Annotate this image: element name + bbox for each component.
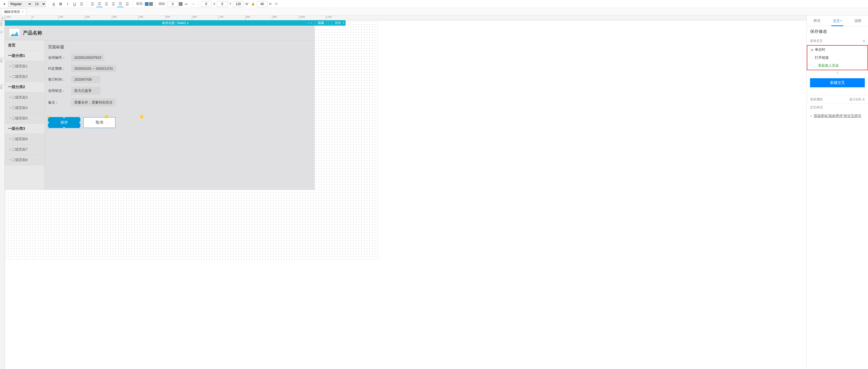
line-label: 线段: xyxy=(158,2,166,6)
font-family-dropdown[interactable]: ▾ xyxy=(1,1,7,7)
interaction-action[interactable]: 打开链接 xyxy=(807,54,867,62)
add-interaction-icon[interactable]: + xyxy=(807,70,868,75)
sidebar-sub8[interactable]: 二级页面8 xyxy=(5,155,44,165)
dp-state-dropdown[interactable]: State2 xyxy=(177,21,188,25)
valign-top-button[interactable]: ☰ xyxy=(110,1,117,7)
align-right-button[interactable]: ☰ xyxy=(103,1,110,7)
resize-handle[interactable] xyxy=(63,116,65,118)
resize-handle[interactable] xyxy=(63,127,65,129)
inspector-tabs: 样式 交互 说明 xyxy=(807,15,868,26)
lock-aspect-icon[interactable]: 🔒 xyxy=(250,1,256,7)
interaction-event[interactable]: 单击时 xyxy=(807,46,867,54)
resize-handle[interactable] xyxy=(80,122,81,123)
valign-bottom-button[interactable]: ☰ xyxy=(124,1,130,7)
x-input[interactable] xyxy=(201,1,212,7)
sidebar-sub5[interactable]: 二级页面5 xyxy=(5,113,44,124)
dp-next-icon[interactable]: › xyxy=(311,21,312,25)
add-hover-style-link[interactable]: + 添加类似"鼠标悬停"的交互样式 xyxy=(807,111,868,121)
tab-notes[interactable]: 说明 xyxy=(848,15,868,26)
field-row: 合同编号：20200103037823 xyxy=(48,54,312,61)
save-button[interactable]: 保存 xyxy=(48,117,80,128)
w-input[interactable] xyxy=(233,1,244,7)
interaction-case-box[interactable]: 单击时 打开链接 重新载入页面 xyxy=(807,45,868,70)
align-left-button[interactable]: ☰ xyxy=(89,1,96,7)
section-expand-icon[interactable]: ⇲ xyxy=(862,39,865,43)
close-tab-icon[interactable]: × xyxy=(22,10,24,13)
font-size-select[interactable]: 13 xyxy=(33,1,46,7)
sidebar-cat3[interactable]: 一级分类3 xyxy=(5,124,44,134)
button-row: 保存 xyxy=(48,117,312,128)
canvas-scroll[interactable]: 保存信息: State2 ‹ › 隔离 ⛶ 关闭 × xyxy=(5,20,807,369)
dp-expand-icon[interactable]: ⛶ xyxy=(326,21,329,25)
main-layout: ⊕ -100 0 100 200 300 400 500 600 700 800… xyxy=(0,15,868,369)
tab-style[interactable]: 样式 xyxy=(807,15,827,26)
fill-secondary-swatch[interactable] xyxy=(149,2,153,6)
sidebar-sub4[interactable]: 二级页面4 xyxy=(5,103,44,113)
resize-handle[interactable] xyxy=(47,122,49,123)
sidebar-home[interactable]: 首页 xyxy=(5,40,44,51)
bold-button[interactable]: B xyxy=(58,1,64,7)
x-label: X xyxy=(213,2,215,6)
product-title: 产品名称 xyxy=(23,30,42,36)
product-logo[interactable] xyxy=(9,28,20,37)
dp-close-button[interactable]: 关闭 xyxy=(335,21,341,25)
resize-handle[interactable] xyxy=(47,127,49,129)
dp-close-icon[interactable]: × xyxy=(343,21,344,25)
font-weight-select[interactable]: Regular xyxy=(8,1,32,7)
sidebar-sub7[interactable]: 二级页面7 xyxy=(5,144,44,155)
mockup-sidebar: 首页 一级分类1 二级页面1 二级页面2 一级分类2 二级页面3 二级页面4 二… xyxy=(5,40,45,190)
fill-color-swatch[interactable] xyxy=(145,2,149,6)
resize-handle[interactable] xyxy=(80,127,81,129)
page-mockup: 产品名称 首页 一级分类1 二级页面1 二级页面2 一级分类2 二级页面3 二级… xyxy=(5,26,315,190)
line-color-swatch[interactable] xyxy=(179,2,183,6)
new-interaction-button[interactable]: 新建交互 xyxy=(810,78,865,87)
footnote-badge-icon[interactable] xyxy=(47,115,50,118)
plus-icon: + xyxy=(810,114,812,118)
resize-handle[interactable] xyxy=(80,116,81,118)
line-style-button[interactable]: ═ xyxy=(183,1,189,7)
dp-prev-icon[interactable]: ‹ xyxy=(308,21,309,25)
mockup-content: 页面标题 合同编号：20200103037823 约定期限：2020/01/01… xyxy=(45,40,315,190)
bullet-list-button[interactable]: ☰ xyxy=(78,1,85,7)
cancel-button[interactable]: 取消 xyxy=(83,117,116,128)
field-row: 签订时间：2020/07/09 xyxy=(48,76,312,83)
sidebar-sub3[interactable]: 二级页面3 xyxy=(5,92,44,103)
horizontal-ruler[interactable]: -100 0 100 200 300 400 500 600 700 800 9… xyxy=(5,15,807,20)
interaction-badge-icon[interactable]: ⚡ xyxy=(105,115,108,118)
w-label: W xyxy=(245,2,248,6)
arrow-style-button[interactable]: → xyxy=(190,1,196,7)
italic-button[interactable]: I xyxy=(64,1,71,7)
visibility-icon[interactable]: 👁 xyxy=(273,1,280,7)
field-row: 约定期限：2020/01/01 ~ 2020/12/31 xyxy=(48,65,312,72)
sidebar-sub6[interactable]: 二级页面6 xyxy=(5,134,44,144)
align-center-button[interactable]: ☰ xyxy=(96,1,103,7)
show-all-toggle[interactable]: 显示全部 ☰ xyxy=(849,97,865,101)
field-row: 备注：重要合作，需要特别关注 xyxy=(48,99,312,106)
valign-middle-button[interactable]: ☰ xyxy=(117,1,123,7)
ruler-corner[interactable]: ⊕ xyxy=(0,15,5,20)
y-input[interactable] xyxy=(217,1,228,7)
sidebar-cat1[interactable]: 一级分类1 xyxy=(5,51,44,61)
fill-label: 填充: xyxy=(136,2,143,6)
underline-button[interactable]: U xyxy=(71,1,78,7)
canvas-content[interactable]: 保存信息: State2 ‹ › 隔离 ⛶ 关闭 × xyxy=(5,20,379,261)
y-label: Y xyxy=(229,2,231,6)
dp-isolate-button[interactable]: 隔离 xyxy=(318,21,324,25)
interaction-target[interactable]: 重新载入页面 xyxy=(807,62,867,70)
sidebar-sub1[interactable]: 二级页面1 xyxy=(5,61,44,72)
h-label: H xyxy=(269,2,272,6)
document-tabbar: 编辑详情页 × xyxy=(0,8,868,15)
interaction-badge-icon[interactable]: ⚡ xyxy=(140,115,143,118)
text-color-button[interactable]: A xyxy=(51,1,57,7)
selection-name[interactable]: 保存修改 xyxy=(807,26,868,37)
section-shape-properties: 形状属性 显示全部 ☰ xyxy=(807,95,868,104)
section-interaction-styles: 交互样式 xyxy=(807,104,868,111)
document-tab[interactable]: 编辑详情页 × xyxy=(1,8,27,15)
vertical-ruler[interactable]: -400 0 100 200 xyxy=(0,20,5,369)
h-input[interactable] xyxy=(257,1,268,7)
format-toolbar: ▾ Regular 13 A B I U ☰ ☰ ☰ ☰ ☰ ☰ ☰ 填充: 线… xyxy=(0,0,868,8)
line-width-input[interactable] xyxy=(167,1,178,7)
sidebar-cat2[interactable]: 一级分类2 xyxy=(5,82,44,92)
sidebar-sub2[interactable]: 二级页面2 xyxy=(5,72,44,82)
tab-interactions[interactable]: 交互 xyxy=(827,15,847,26)
